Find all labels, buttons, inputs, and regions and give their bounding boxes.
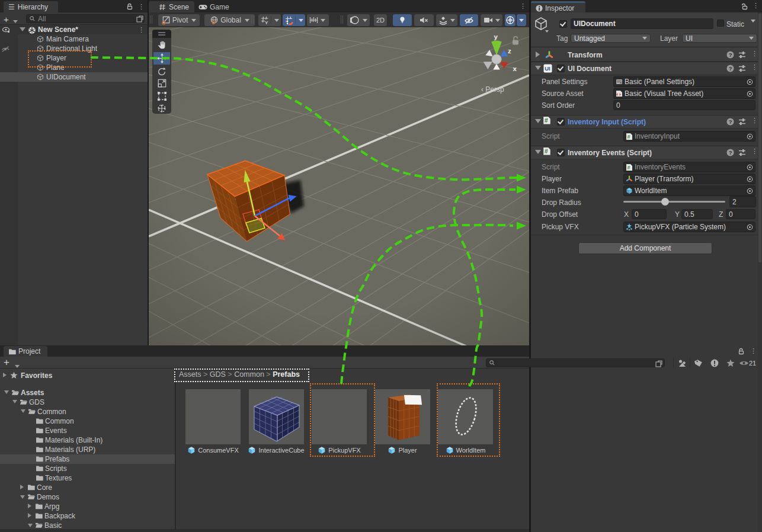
svg-text:?: ? xyxy=(729,65,732,72)
svg-text:UI: UI xyxy=(545,65,550,72)
svg-text:#: # xyxy=(627,165,630,171)
svg-text:Y: Y xyxy=(265,20,268,25)
svg-text:#: # xyxy=(627,134,630,140)
svg-text:?: ? xyxy=(729,118,732,125)
svg-text:?: ? xyxy=(729,52,732,58)
svg-text:#: # xyxy=(545,148,548,155)
svg-text:y: y xyxy=(494,33,498,40)
svg-text:?: ? xyxy=(729,149,732,156)
svg-text:z: z xyxy=(508,47,511,55)
svg-text:x: x xyxy=(513,65,517,72)
svg-text:‹ Persp: ‹ Persp xyxy=(481,85,504,94)
svg-text:#: # xyxy=(545,117,548,124)
